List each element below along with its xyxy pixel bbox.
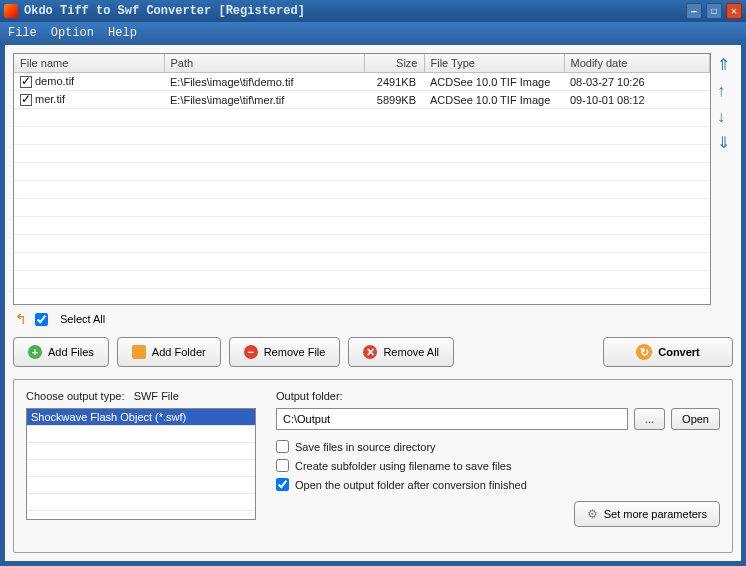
col-type[interactable]: File Type <box>424 54 564 73</box>
file-list[interactable]: File name Path Size File Type Modify dat… <box>13 53 711 305</box>
output-type-label: Choose output type: <box>26 390 124 402</box>
move-bottom-icon[interactable]: ⇓ <box>717 135 733 151</box>
output-type-current: SWF File <box>134 390 179 402</box>
add-files-label: Add Files <box>48 346 94 358</box>
remove-file-label: Remove File <box>264 346 326 358</box>
minus-icon: − <box>244 345 258 359</box>
menu-file[interactable]: File <box>8 26 37 40</box>
set-more-label: Set more parameters <box>604 508 707 520</box>
set-more-parameters-button[interactable]: ⚙ Set more parameters <box>574 501 720 527</box>
add-files-button[interactable]: + Add Files <box>13 337 109 367</box>
window-title: Okdo Tiff to Swf Converter [Registered] <box>24 4 305 18</box>
menu-option[interactable]: Option <box>51 26 94 40</box>
table-row[interactable]: mer.tifE:\Files\image\tif\mer.tif5899KBA… <box>14 91 710 109</box>
convert-label: Convert <box>658 346 700 358</box>
output-folder-input[interactable] <box>276 408 628 430</box>
convert-icon: ↻ <box>636 344 652 360</box>
output-type-list[interactable]: Shockwave Flash Object (*.swf) <box>26 408 256 520</box>
save-source-label: Save files in source directory <box>295 441 436 453</box>
col-path[interactable]: Path <box>164 54 364 73</box>
select-all-checkbox[interactable] <box>35 313 48 326</box>
remove-file-button[interactable]: − Remove File <box>229 337 341 367</box>
output-folder-label: Output folder: <box>276 390 720 402</box>
create-subfolder-label: Create subfolder using filename to save … <box>295 460 511 472</box>
add-folder-label: Add Folder <box>152 346 206 358</box>
row-checkbox[interactable] <box>20 76 32 88</box>
convert-button[interactable]: ↻ Convert <box>603 337 733 367</box>
reorder-arrows: ⇑ ↑ ↓ ⇓ <box>711 53 733 305</box>
content-area: File name Path Size File Type Modify dat… <box>4 44 742 562</box>
output-panel: Choose output type: SWF File Shockwave F… <box>13 379 733 553</box>
open-folder-button[interactable]: Open <box>671 408 720 430</box>
move-up-icon[interactable]: ↑ <box>717 83 733 99</box>
col-size[interactable]: Size <box>364 54 424 73</box>
maximize-button[interactable]: ☐ <box>706 3 722 19</box>
add-folder-button[interactable]: Add Folder <box>117 337 221 367</box>
remove-all-icon: ✕ <box>363 345 377 359</box>
close-button[interactable]: ✕ <box>726 3 742 19</box>
remove-all-label: Remove All <box>383 346 439 358</box>
remove-all-button[interactable]: ✕ Remove All <box>348 337 454 367</box>
plus-icon: + <box>28 345 42 359</box>
open-after-checkbox[interactable] <box>276 478 289 491</box>
create-subfolder-checkbox[interactable] <box>276 459 289 472</box>
folder-icon <box>132 345 146 359</box>
select-all-label: Select All <box>60 313 105 325</box>
menu-help[interactable]: Help <box>108 26 137 40</box>
table-row[interactable]: demo.tifE:\Files\image\tif\demo.tif2491K… <box>14 73 710 91</box>
move-top-icon[interactable]: ⇑ <box>717 57 733 73</box>
col-filename[interactable]: File name <box>14 54 164 73</box>
browse-button[interactable]: ... <box>634 408 665 430</box>
menubar: File Option Help <box>0 22 746 44</box>
col-date[interactable]: Modify date <box>564 54 710 73</box>
type-item-swf[interactable]: Shockwave Flash Object (*.swf) <box>27 409 255 426</box>
up-level-icon[interactable]: ↰ <box>15 311 27 327</box>
gear-icon: ⚙ <box>587 507 598 521</box>
save-source-checkbox[interactable] <box>276 440 289 453</box>
app-icon <box>4 4 18 18</box>
titlebar: Okdo Tiff to Swf Converter [Registered] … <box>0 0 746 22</box>
open-after-label: Open the output folder after conversion … <box>295 479 527 491</box>
move-down-icon[interactable]: ↓ <box>717 109 733 125</box>
row-checkbox[interactable] <box>20 94 32 106</box>
minimize-button[interactable]: — <box>686 3 702 19</box>
